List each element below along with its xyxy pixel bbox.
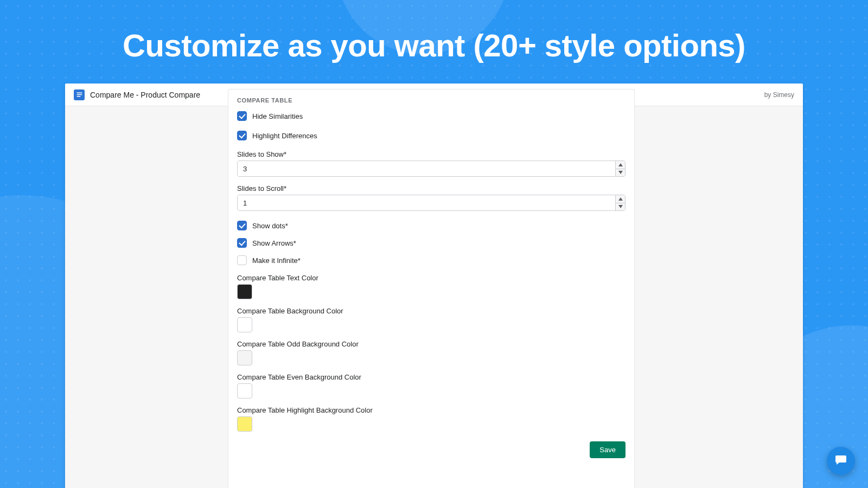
slides-to-scroll-input[interactable] xyxy=(238,195,615,210)
checkbox-highlight-differences[interactable] xyxy=(237,131,247,140)
checkbox-hide-similarities[interactable] xyxy=(237,111,247,121)
checkbox-show-dots[interactable] xyxy=(237,221,247,230)
checkbox-label: Highlight Differences xyxy=(252,132,317,140)
hero-title: Customize as you want (20+ style options… xyxy=(0,0,868,63)
step-up-button[interactable] xyxy=(616,195,625,203)
color-swatch-even[interactable] xyxy=(237,383,252,399)
color-label-even: Compare Table Even Background Color xyxy=(237,373,626,381)
field-label-slides-to-scroll: Slides to Scroll* xyxy=(237,184,626,192)
settings-card: COMPARE TABLE Hide Similarities Highligh… xyxy=(228,89,635,488)
vendor-label: by Simesy xyxy=(764,91,794,99)
color-label-text: Compare Table Text Color xyxy=(237,274,626,282)
checkbox-make-infinite[interactable] xyxy=(237,255,247,265)
section-title: COMPARE TABLE xyxy=(237,97,626,104)
checkbox-label: Hide Similarities xyxy=(252,112,303,120)
slides-to-show-field xyxy=(237,160,626,177)
app-logo-icon xyxy=(74,89,85,100)
checkbox-show-arrows[interactable] xyxy=(237,238,247,248)
step-down-button[interactable] xyxy=(616,203,625,211)
color-label-bg: Compare Table Background Color xyxy=(237,307,626,315)
app-panel: Compare Me - Product Compare by Simesy C… xyxy=(65,84,803,488)
color-swatch-bg[interactable] xyxy=(237,317,252,332)
chat-fab[interactable] xyxy=(827,447,855,475)
field-label-slides-to-show: Slides to Show* xyxy=(237,150,626,158)
color-swatch-highlight[interactable] xyxy=(237,416,252,432)
checkbox-label: Show dots* xyxy=(252,222,288,230)
color-swatch-text[interactable] xyxy=(237,284,252,299)
app-title: Compare Me - Product Compare xyxy=(90,91,200,99)
slides-to-show-input[interactable] xyxy=(238,161,615,176)
save-button[interactable]: Save xyxy=(590,441,626,458)
step-up-button[interactable] xyxy=(616,161,625,169)
checkbox-label: Make it Infinite* xyxy=(252,256,301,265)
chat-icon xyxy=(834,453,847,468)
step-down-button[interactable] xyxy=(616,169,625,177)
checkbox-label: Show Arrows* xyxy=(252,239,296,247)
color-swatch-odd[interactable] xyxy=(237,350,252,365)
color-label-odd: Compare Table Odd Background Color xyxy=(237,340,626,348)
slides-to-scroll-field xyxy=(237,195,626,211)
color-label-highlight: Compare Table Highlight Background Color xyxy=(237,406,626,414)
